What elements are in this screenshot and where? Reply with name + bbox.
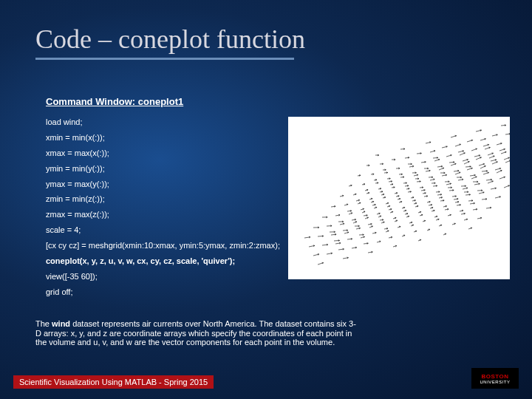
logo-top-text: BOSTON	[481, 373, 508, 380]
svg-line-593	[334, 205, 335, 206]
svg-line-251	[443, 200, 444, 201]
svg-line-8	[371, 251, 372, 252]
svg-line-116	[440, 194, 442, 194]
svg-line-269	[426, 196, 428, 197]
svg-line-26	[355, 247, 357, 248]
svg-line-359	[386, 228, 388, 228]
svg-line-41	[480, 217, 482, 218]
svg-line-185	[391, 236, 392, 237]
svg-line-422	[412, 197, 414, 197]
svg-line-128	[398, 196, 399, 197]
svg-line-149	[433, 179, 434, 180]
code-line: scale = 4;	[46, 222, 280, 238]
svg-line-317	[377, 183, 378, 183]
svg-line-119	[466, 188, 468, 188]
svg-line-449	[474, 174, 475, 175]
svg-line-197	[327, 244, 328, 245]
description-text: The wind dataset represents air currents…	[35, 319, 361, 347]
code-line: coneplot(x, y, z, u, v, w, cx, cy, cz, s…	[46, 253, 280, 269]
svg-line-440	[396, 193, 398, 194]
code-line: ymin = min(y(:));	[46, 161, 280, 177]
desc-prefix: The	[35, 319, 52, 328]
svg-line-386	[446, 205, 447, 206]
svg-line-350	[313, 245, 315, 246]
svg-line-431	[491, 179, 492, 180]
svg-line-704	[480, 130, 482, 131]
svg-line-308	[446, 174, 447, 175]
svg-line-650	[479, 155, 480, 156]
svg-line-368	[462, 210, 463, 211]
svg-line-656	[359, 175, 361, 176]
svg-line-530	[309, 236, 310, 237]
code-line: load wind;	[46, 115, 280, 130]
svg-line-698	[429, 142, 431, 143]
svg-line-203	[375, 232, 376, 233]
svg-line-404	[429, 201, 430, 202]
desc-rest: dataset represents air currents over Nor…	[35, 319, 356, 347]
svg-line-683	[446, 146, 447, 147]
code-block: load wind;xmin = min(x(:));xmax = max(x(…	[46, 115, 280, 300]
svg-line-638	[375, 180, 377, 180]
svg-line-668	[463, 151, 464, 151]
desc-bold-word: wind	[52, 319, 70, 328]
code-line: ymax = max(y(:));	[46, 177, 280, 192]
svg-line-602	[408, 188, 409, 189]
svg-line-62	[490, 207, 491, 208]
svg-line-59	[464, 213, 466, 214]
svg-line-179	[343, 248, 344, 249]
subtitle: Command Window: coneplot1	[46, 96, 183, 107]
svg-line-293	[462, 179, 463, 180]
quiver-plot	[288, 117, 510, 279]
svg-line-548	[457, 201, 459, 202]
svg-line-233	[460, 204, 461, 205]
svg-line-83	[499, 197, 501, 197]
code-line: zmin = min(z(:));	[46, 191, 280, 207]
svg-line-566	[441, 197, 443, 197]
code-line: xmax = max(x(:));	[46, 146, 280, 161]
svg-line-257	[495, 188, 497, 188]
university-logo: BOSTON UNIVERSITY	[471, 368, 519, 389]
svg-line-395	[355, 219, 356, 219]
svg-line-156	[505, 160, 510, 163]
svg-line-44	[339, 242, 341, 243]
code-line: xmin = min(x(:));	[46, 130, 280, 146]
svg-line-557	[366, 215, 367, 216]
svg-line-23	[331, 253, 332, 253]
svg-line-620	[392, 184, 393, 185]
svg-line-221	[359, 228, 361, 228]
svg-line-98	[457, 198, 458, 199]
svg-line-161	[391, 181, 392, 182]
svg-line-413	[338, 214, 340, 215]
svg-line-101	[482, 192, 484, 193]
svg-line-287	[410, 191, 412, 192]
svg-line-539	[382, 219, 383, 220]
svg-line-215	[476, 208, 477, 209]
code-line: [cx cy cz] = meshgrid(xmin:10:xmax, ymin…	[46, 238, 280, 253]
page-title: Code – coneplot function	[35, 24, 305, 55]
svg-line-168	[464, 162, 469, 164]
svg-line-275	[478, 183, 480, 184]
svg-line-138	[497, 171, 502, 173]
svg-line-131	[423, 190, 425, 191]
title-underline	[35, 58, 294, 60]
footer-label: Scientific Visualization Using MATLAB - …	[13, 375, 214, 389]
svg-line-80	[474, 202, 475, 203]
svg-line-302	[393, 187, 395, 188]
svg-line-476	[364, 184, 365, 185]
svg-line-164	[417, 174, 418, 175]
svg-line-377	[370, 223, 372, 224]
svg-line-689	[496, 134, 497, 135]
svg-line-5	[347, 257, 349, 258]
svg-line-575	[350, 211, 352, 211]
svg-line-584	[424, 193, 426, 194]
svg-line-485	[441, 166, 443, 166]
svg-line-515	[408, 157, 409, 157]
svg-line-458	[380, 188, 381, 189]
code-line: zmax = max(z(:));	[46, 207, 280, 222]
svg-line-239	[343, 223, 344, 224]
svg-line-632	[495, 160, 497, 160]
svg-line-500	[424, 161, 426, 162]
svg-line-113	[415, 200, 416, 201]
code-line: view([-35 60]);	[46, 269, 280, 284]
svg-line-323	[429, 170, 430, 171]
